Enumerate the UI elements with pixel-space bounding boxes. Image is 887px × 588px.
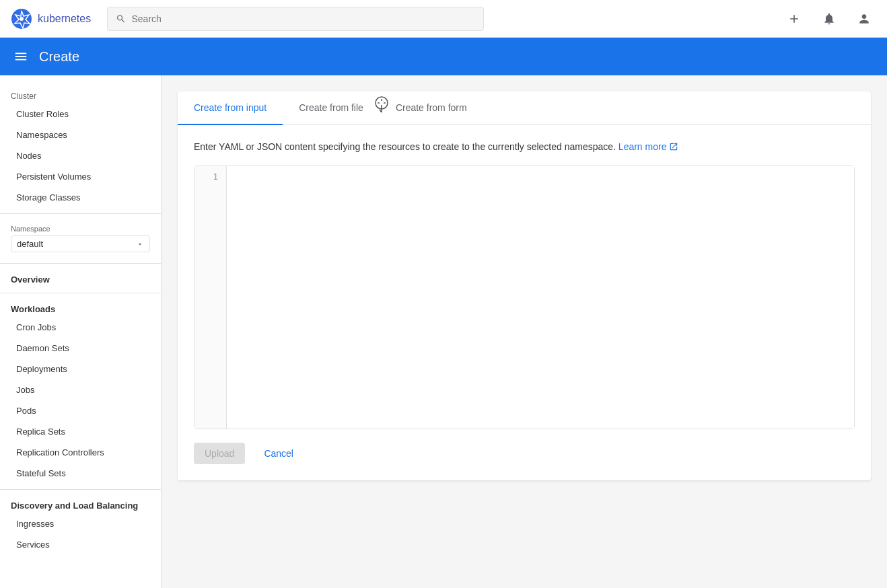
top-navigation: kubernetes — [0, 0, 887, 38]
sidebar-item-cluster-roles[interactable]: Cluster Roles — [0, 104, 161, 124]
search-icon — [116, 13, 126, 24]
code-editor[interactable]: 1 — [194, 166, 855, 429]
sidebar-item-ingresses[interactable]: Ingresses — [0, 513, 161, 534]
add-button[interactable] — [782, 7, 806, 31]
svg-point-1 — [20, 17, 24, 21]
sidebar-divider-1 — [0, 213, 161, 214]
namespace-select[interactable]: default kube-system kube-public — [11, 235, 150, 252]
namespace-label: Namespace — [11, 225, 150, 233]
sidebar-item-replica-sets[interactable]: Replica Sets — [0, 421, 161, 442]
action-buttons: Upload Cancel — [194, 443, 855, 464]
account-icon — [857, 12, 871, 26]
tab-create-form[interactable]: Create from form — [380, 91, 483, 125]
namespace-section: Namespace default kube-system kube-publi… — [0, 219, 161, 258]
app-body: Cluster Cluster Roles Namespaces Nodes P… — [0, 75, 887, 588]
overview-section-title: Overview — [0, 269, 161, 287]
sidebar-item-cron-jobs[interactable]: Cron Jobs — [0, 317, 161, 338]
kubernetes-logo-icon — [11, 8, 32, 30]
hamburger-icon — [13, 49, 28, 64]
sidebar-item-storage-classes[interactable]: Storage Classes — [0, 187, 161, 208]
sidebar-item-deployments[interactable]: Deployments — [0, 359, 161, 379]
tabs-panel: Create from input Create from file — [178, 91, 871, 480]
account-button[interactable] — [852, 7, 876, 31]
cluster-section-title: Cluster — [0, 86, 161, 104]
sidebar-item-namespaces[interactable]: Namespaces — [0, 124, 161, 145]
tabs-header: Create from input Create from file — [178, 91, 871, 125]
sidebar-item-services[interactable]: Services — [0, 534, 161, 555]
workloads-section-title: Workloads — [0, 299, 161, 317]
bell-icon — [822, 12, 836, 26]
sidebar-item-pods[interactable]: Pods — [0, 400, 161, 421]
tab-create-input[interactable]: Create from input — [178, 91, 283, 125]
brand-name: kubernetes — [38, 13, 91, 25]
code-textarea[interactable] — [227, 166, 854, 429]
info-text: Enter YAML or JSON content specifying th… — [194, 141, 855, 152]
search-input[interactable] — [131, 13, 475, 24]
page-title: Create — [39, 49, 79, 65]
sidebar-item-daemon-sets[interactable]: Daemon Sets — [0, 338, 161, 359]
sidebar: Cluster Cluster Roles Namespaces Nodes P… — [0, 75, 162, 588]
sidebar-item-nodes[interactable]: Nodes — [0, 145, 161, 166]
sidebar-divider-2 — [0, 263, 161, 264]
sidebar-item-stateful-sets[interactable]: Stateful Sets — [0, 463, 161, 484]
tab-body-create-input: Enter YAML or JSON content specifying th… — [178, 125, 871, 480]
line-number-1: 1 — [203, 172, 218, 182]
page-header: Create — [0, 38, 887, 75]
notifications-button[interactable] — [817, 7, 841, 31]
upload-button: Upload — [194, 443, 245, 464]
main-content: Create from input Create from file — [162, 75, 887, 588]
brand-logo: kubernetes — [11, 8, 91, 30]
cancel-button[interactable]: Cancel — [253, 443, 304, 464]
tab-create-file[interactable]: Create from file — [283, 91, 380, 125]
search-bar[interactable] — [107, 7, 484, 31]
line-numbers: 1 — [194, 166, 227, 429]
menu-button[interactable] — [13, 49, 28, 64]
sidebar-item-replication-controllers[interactable]: Replication Controllers — [0, 442, 161, 463]
sidebar-item-jobs[interactable]: Jobs — [0, 379, 161, 400]
top-actions — [782, 7, 876, 31]
sidebar-divider-3 — [0, 293, 161, 293]
plus-icon — [787, 12, 801, 26]
sidebar-divider-4 — [0, 489, 161, 490]
sidebar-item-persistent-volumes[interactable]: Persistent Volumes — [0, 166, 161, 187]
learn-more-link[interactable]: Learn more — [618, 141, 679, 152]
external-link-icon — [669, 142, 678, 151]
discovery-section-title: Discovery and Load Balancing — [0, 495, 161, 513]
